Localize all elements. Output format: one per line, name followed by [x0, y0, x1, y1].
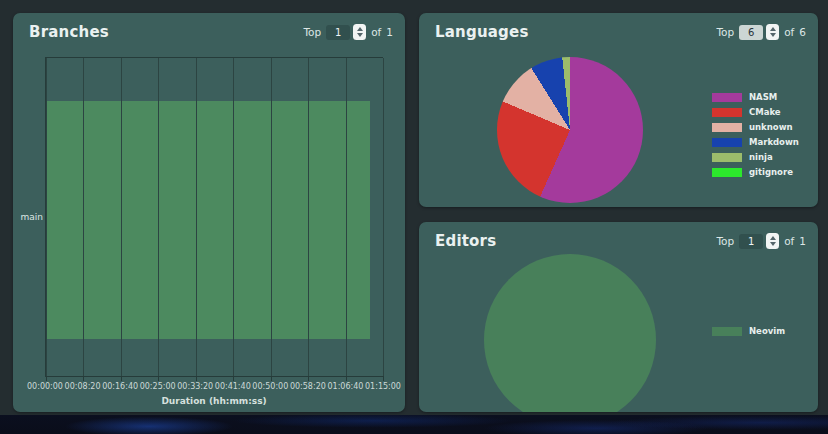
legend-item: gitignore [712, 167, 799, 177]
panel-title: Languages [435, 23, 529, 41]
languages-header: Languages Top of 6 [435, 22, 806, 42]
branches-header: Branches Top of 1 [29, 22, 393, 42]
stepper-up-icon[interactable] [770, 236, 776, 240]
top-n-spinner: Top of 1 [716, 233, 806, 249]
legend-label: CMake [749, 107, 781, 117]
legend-label: NASM [749, 92, 777, 102]
of-label: of [784, 235, 794, 247]
total-count: 6 [799, 26, 806, 38]
of-label: of [371, 26, 381, 38]
legend-swatch [712, 108, 742, 117]
legend-swatch [712, 93, 742, 102]
top-value-input[interactable] [326, 25, 350, 40]
axis-tick-mark [196, 376, 197, 381]
top-value-input[interactable] [739, 25, 763, 40]
top-label: Top [303, 26, 321, 38]
legend-swatch [712, 168, 742, 177]
top-n-spinner: Top of 6 [716, 24, 806, 40]
x-tick-label: 00:16:40 [102, 382, 138, 391]
legend-label: gitignore [749, 167, 793, 177]
x-tick-label: 00:25:00 [140, 382, 176, 391]
top-value-input[interactable] [739, 234, 763, 249]
legend-item: Neovim [712, 326, 785, 336]
gridline [158, 58, 159, 376]
y-axis-label-main: main [19, 57, 43, 377]
gridline [271, 58, 272, 376]
x-tick-label: 00:08:20 [65, 382, 101, 391]
stepper-down-icon[interactable] [770, 33, 776, 37]
editors-header: Editors Top of 1 [435, 231, 806, 251]
dashboard-page: { "panels": { "branches": { "title": "Br… [0, 0, 828, 434]
editors-panel: Editors Top of 1 Neovim [419, 222, 818, 412]
axis-tick-mark [271, 376, 272, 381]
panel-title: Branches [29, 23, 109, 41]
axis-tick-mark [121, 376, 122, 381]
gridline [83, 58, 84, 376]
branches-panel: Branches Top of 1 main 00:00:0000:08:200… [13, 13, 405, 412]
gridline [196, 58, 197, 376]
stepper-control[interactable] [766, 24, 779, 40]
languages-panel: Languages Top of 6 NASMCMakeunknownMarkd… [419, 13, 818, 207]
top-n-spinner: Top of 1 [303, 24, 393, 40]
gridline [46, 58, 47, 376]
axis-tick-mark [83, 376, 84, 381]
top-label: Top [716, 235, 734, 247]
bar-chart-plot-area [45, 57, 383, 377]
x-tick-label: 01:06:40 [327, 382, 363, 391]
languages-legend: NASMCMakeunknownMarkdownninjagitignore [712, 92, 799, 177]
panel-title: Editors [435, 232, 496, 250]
bar-main [46, 101, 370, 340]
legend-swatch [712, 123, 742, 132]
x-axis-title: Duration (hh:mm:ss) [45, 396, 383, 406]
stepper-control[interactable] [353, 24, 366, 40]
legend-item: NASM [712, 92, 799, 102]
axis-tick-mark [158, 376, 159, 381]
stepper-up-icon[interactable] [357, 27, 363, 31]
legend-item: ninja [712, 152, 799, 162]
gridline [346, 58, 347, 376]
axis-tick-mark [46, 376, 47, 381]
axis-tick-mark [346, 376, 347, 381]
legend-swatch [712, 138, 742, 147]
x-tick-label: 01:15:00 [365, 382, 401, 391]
legend-item: Markdown [712, 137, 799, 147]
of-label: of [784, 26, 794, 38]
stepper-control[interactable] [766, 233, 779, 249]
editors-pie-chart [484, 254, 656, 412]
legend-swatch [712, 327, 742, 336]
legend-label: unknown [749, 122, 793, 132]
stepper-down-icon[interactable] [770, 242, 776, 246]
desktop-wallpaper-strip [0, 415, 828, 434]
axis-tick-mark [383, 376, 384, 381]
legend-label: Neovim [749, 326, 785, 336]
legend-item: CMake [712, 107, 799, 117]
legend-item: unknown [712, 122, 799, 132]
gridline [233, 58, 234, 376]
legend-label: Markdown [749, 137, 799, 147]
axis-tick-mark [308, 376, 309, 381]
axis-tick-mark [233, 376, 234, 381]
x-tick-label: 00:33:20 [177, 382, 213, 391]
x-tick-label: 00:41:40 [215, 382, 251, 391]
gridline [308, 58, 309, 376]
legend-swatch [712, 153, 742, 162]
x-tick-label: 00:00:00 [27, 382, 63, 391]
stepper-up-icon[interactable] [770, 27, 776, 31]
stepper-down-icon[interactable] [357, 33, 363, 37]
total-count: 1 [799, 235, 806, 247]
top-label: Top [716, 26, 734, 38]
x-axis-tick-labels: 00:00:0000:08:2000:16:4000:25:0000:33:20… [45, 382, 383, 392]
languages-pie-chart [497, 57, 643, 203]
x-tick-label: 00:50:00 [252, 382, 288, 391]
gridline [383, 58, 384, 376]
gridline [121, 58, 122, 376]
editors-legend: Neovim [712, 326, 785, 336]
x-tick-label: 00:58:20 [290, 382, 326, 391]
legend-label: ninja [749, 152, 773, 162]
total-count: 1 [386, 26, 393, 38]
